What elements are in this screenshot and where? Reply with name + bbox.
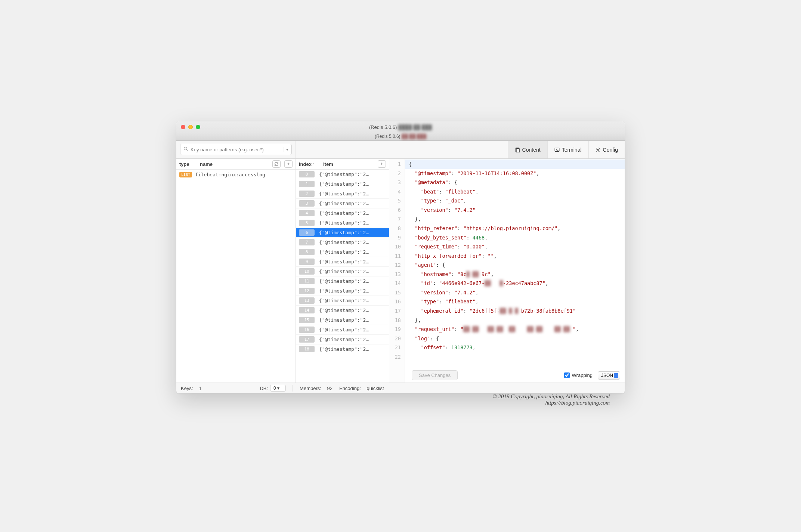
col-index-header[interactable]: index˄	[299, 161, 323, 167]
item-preview: {"@timestamp":"2…	[319, 317, 369, 323]
svg-rect-3	[516, 148, 519, 152]
col-item-header[interactable]: item	[323, 161, 378, 167]
add-key-button[interactable]: +	[284, 160, 293, 168]
item-index: 12	[299, 288, 315, 294]
item-index: 18	[299, 346, 315, 352]
wrapping-toggle[interactable]: Wrapping	[564, 372, 593, 378]
format-value: JSON	[601, 373, 613, 378]
list-item[interactable]: 15{"@timestamp":"2…	[296, 315, 389, 325]
list-item[interactable]: 3{"@timestamp":"2…	[296, 199, 389, 208]
item-preview: {"@timestamp":"2…	[319, 191, 369, 197]
items-header: index˄ item +	[296, 159, 389, 170]
tab-label: Config	[603, 147, 618, 153]
toolbar: ▾ Content Terminal Config	[176, 141, 625, 159]
minimize-window-button[interactable]	[188, 125, 193, 129]
titlebar: (Redis 5.0.6) ████ ██ ███ (Redis 5.0.6) …	[176, 121, 625, 141]
item-index: 16	[299, 327, 315, 333]
list-item[interactable]: 4{"@timestamp":"2…	[296, 208, 389, 218]
sort-asc-icon: ˄	[312, 163, 314, 167]
wrapping-checkbox[interactable]	[564, 372, 570, 378]
list-item[interactable]: 7{"@timestamp":"2…	[296, 238, 389, 247]
main-split: type name + LISTfilebeat:nginx:accesslog…	[176, 159, 625, 383]
tab-label: Terminal	[562, 147, 582, 153]
code-content[interactable]: { "@timestamp": "2019-11-16T14:16:08.000…	[405, 159, 625, 383]
list-item[interactable]: 9{"@timestamp":"2…	[296, 257, 389, 267]
item-preview: {"@timestamp":"2…	[319, 259, 369, 265]
tab-config[interactable]: Config	[588, 141, 625, 158]
item-index: 8	[299, 249, 315, 255]
item-preview: {"@timestamp":"2…	[319, 171, 369, 177]
items-list: 0{"@timestamp":"2…1{"@timestamp":"2…2{"@…	[296, 170, 389, 383]
svg-rect-4	[555, 148, 559, 151]
tab-terminal[interactable]: Terminal	[547, 141, 588, 158]
save-changes-button[interactable]: Save Changes	[412, 370, 458, 380]
list-item[interactable]: 1{"@timestamp":"2…	[296, 179, 389, 189]
item-index: 4	[299, 210, 315, 216]
editor-pane: 12345678910111213141516171819202122 { "@…	[389, 159, 625, 383]
list-item[interactable]: 14{"@timestamp":"2…	[296, 306, 389, 315]
svg-point-5	[597, 149, 599, 151]
item-index: 15	[299, 317, 315, 323]
status-encoding: Encoding: quicklist	[339, 386, 384, 391]
list-item[interactable]: 18{"@timestamp":"2…	[296, 344, 389, 354]
item-preview: {"@timestamp":"2…	[319, 327, 369, 332]
key-row[interactable]: LISTfilebeat:nginx:accesslog	[176, 170, 296, 180]
tab-content[interactable]: Content	[508, 141, 547, 158]
item-preview: {"@timestamp":"2…	[319, 307, 369, 313]
keys-list: LISTfilebeat:nginx:accesslog	[176, 170, 296, 383]
col-name-header: name	[200, 161, 269, 167]
db-select[interactable]: 0 ▾	[270, 385, 286, 392]
gear-icon	[596, 147, 601, 152]
item-index: 10	[299, 268, 315, 275]
format-select[interactable]: JSON	[598, 371, 620, 380]
item-index: 11	[299, 278, 315, 284]
items-pane: index˄ item + 0{"@timestamp":"2…1{"@time…	[296, 159, 389, 383]
list-item[interactable]: 11{"@timestamp":"2…	[296, 276, 389, 286]
col-type-header: type	[179, 161, 196, 167]
item-preview: {"@timestamp":"2…	[319, 230, 369, 235]
chevron-down-icon[interactable]: ▾	[284, 147, 288, 152]
line-gutter: 12345678910111213141516171819202122	[389, 159, 405, 383]
item-preview: {"@timestamp":"2…	[319, 269, 369, 274]
item-preview: {"@timestamp":"2…	[319, 337, 369, 342]
json-editor[interactable]: 12345678910111213141516171819202122 { "@…	[389, 159, 625, 383]
item-index: 2	[299, 191, 315, 197]
key-name: filebeat:nginx:accesslog	[195, 172, 265, 177]
close-window-button[interactable]	[181, 125, 185, 129]
item-preview: {"@timestamp":"2…	[319, 239, 369, 245]
content-icon	[515, 147, 520, 152]
status-bar: Keys: 1 DB: 0 ▾ Members: 92 Encoding: qu…	[176, 383, 625, 393]
add-item-button[interactable]: +	[378, 160, 386, 168]
item-index: 3	[299, 200, 315, 207]
list-item[interactable]: 12{"@timestamp":"2…	[296, 286, 389, 296]
list-item[interactable]: 5{"@timestamp":"2…	[296, 218, 389, 228]
item-index: 7	[299, 239, 315, 245]
zoom-window-button[interactable]	[196, 125, 200, 129]
item-preview: {"@timestamp":"2…	[319, 346, 369, 352]
status-keys: Keys: 1	[181, 386, 201, 391]
list-item[interactable]: 13{"@timestamp":"2…	[296, 296, 389, 306]
tab-label: Content	[522, 147, 541, 153]
key-search[interactable]: ▾	[180, 144, 292, 155]
item-preview: {"@timestamp":"2…	[319, 298, 369, 303]
list-item[interactable]: 2{"@timestamp":"2…	[296, 189, 389, 199]
list-item[interactable]: 16{"@timestamp":"2…	[296, 325, 389, 335]
list-item[interactable]: 6{"@timestamp":"2…	[296, 228, 389, 238]
refresh-keys-button[interactable]	[272, 160, 281, 168]
status-members: Members: 92	[300, 386, 333, 391]
item-preview: {"@timestamp":"2…	[319, 278, 369, 284]
list-item[interactable]: 8{"@timestamp":"2…	[296, 247, 389, 257]
item-index: 0	[299, 171, 315, 177]
search-input[interactable]	[191, 147, 281, 152]
item-index: 6	[299, 229, 315, 236]
list-item[interactable]: 0{"@timestamp":"2…	[296, 170, 389, 179]
list-item[interactable]: 17{"@timestamp":"2…	[296, 335, 389, 344]
list-item[interactable]: 10{"@timestamp":"2…	[296, 267, 389, 276]
item-index: 14	[299, 307, 315, 313]
window-controls	[181, 125, 200, 129]
item-preview: {"@timestamp":"2…	[319, 288, 369, 294]
window-title: (Redis 5.0.6) ████ ██ ███	[180, 124, 621, 130]
item-index: 9	[299, 259, 315, 265]
item-index: 13	[299, 297, 315, 304]
item-index: 5	[299, 220, 315, 226]
